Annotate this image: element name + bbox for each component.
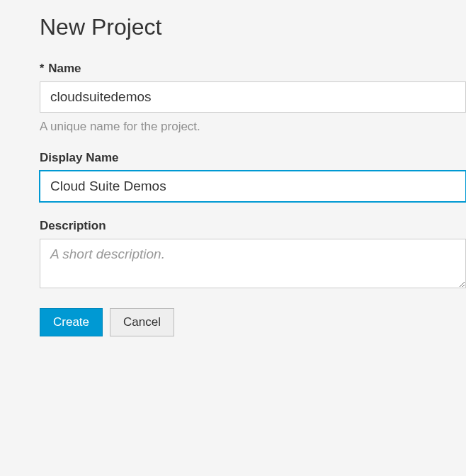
- button-row: Create Cancel: [40, 308, 466, 336]
- page-title: New Project: [40, 14, 466, 40]
- description-label: Description: [40, 219, 106, 233]
- description-input[interactable]: [40, 239, 466, 288]
- display-name-label: Display Name: [40, 151, 119, 165]
- display-name-input[interactable]: [40, 171, 466, 202]
- name-label: Name: [48, 62, 81, 76]
- name-input[interactable]: [40, 81, 466, 113]
- name-help-text: A unique name for the project.: [40, 120, 466, 134]
- description-field-group: Description: [40, 219, 466, 291]
- required-mark: *: [40, 62, 44, 75]
- display-name-field-group: Display Name: [40, 151, 466, 202]
- create-button[interactable]: Create: [40, 308, 103, 336]
- name-field-group: * Name A unique name for the project.: [40, 62, 466, 134]
- cancel-button[interactable]: Cancel: [110, 308, 174, 336]
